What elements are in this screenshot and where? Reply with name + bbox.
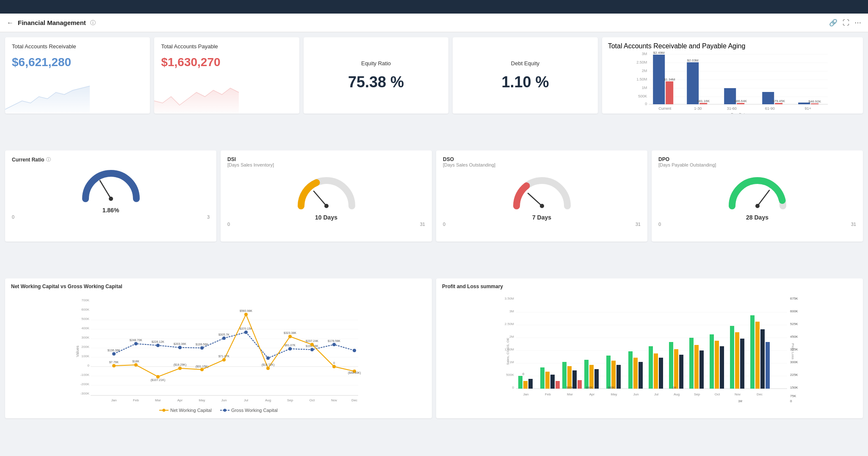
dsi-range: 0 31 [227,222,425,227]
svg-text:Jan: Jan [523,392,529,396]
svg-text:$178.58K: $178.58K [328,339,340,342]
info-icon[interactable]: ⓘ [90,19,96,27]
svg-text:1.50M: 1.50M [505,348,514,351]
svg-text:$199.56K: $199.56K [196,343,208,346]
svg-point-44 [755,204,760,208]
svg-text:2M: 2M [509,335,514,339]
dso-title: DSO [443,156,641,162]
svg-text:$18K: $18K [133,360,140,363]
svg-text:$2.49M: $2.49M [653,51,664,55]
svg-text:Dec: Dec [757,392,763,396]
dpo-range: 0 31 [658,222,856,227]
svg-point-92 [222,358,226,361]
dpo-title: DPO [658,156,856,162]
svg-text:$226.12K: $226.12K [152,340,164,343]
pnl-card: Profit and Loss summary Sales, COGS, OE … [436,278,863,418]
svg-text:May: May [611,392,617,396]
svg-point-93 [244,313,248,316]
svg-point-87 [112,364,116,367]
svg-text:($107.21K): ($107.21K) [151,378,166,382]
svg-text:1M: 1M [641,86,647,90]
svg-point-88 [134,363,138,367]
debt-equity-title: Debt Equity [511,60,539,67]
dso-range: 0 31 [443,222,641,227]
svg-point-66 [134,342,138,345]
svg-rect-160 [550,375,555,389]
svg-text:Nov: Nov [735,392,741,396]
svg-text:31-60: 31-60 [727,106,736,111]
svg-text:Sep: Sep [694,392,700,396]
more-button[interactable]: ⋯ [854,19,861,27]
svg-text:$71.07K: $71.07K [218,355,229,358]
svg-text:$91.07K: $91.07K [285,344,296,347]
svg-text:1M: 1M [672,386,676,389]
dpo-subtitle: [Days Payable Outstanding] [658,162,856,167]
header-left: ← Financial Management ⓘ [7,19,96,27]
expand-button[interactable]: ⛶ [843,19,849,27]
ar-sparkline [5,84,90,114]
svg-text:Profit Loss: Profit Loss [791,343,795,359]
svg-text:100K: 100K [81,354,89,358]
svg-rect-19 [687,62,699,104]
svg-point-74 [310,348,314,351]
svg-text:Sep: Sep [287,398,293,402]
dsi-card: DSI [Days Sales Inventory] 10 Days 0 31 [221,150,432,242]
svg-text:Jan: Jan [111,398,117,402]
svg-text:400K: 400K [81,326,89,330]
total-ap-value: $1,630,270 [161,56,292,69]
svg-text:600K: 600K [81,308,89,311]
svg-rect-154 [518,376,522,389]
svg-text:Dec: Dec [351,398,357,402]
svg-point-127 [223,409,226,412]
svg-rect-182 [674,349,678,389]
dsi-gauge [293,170,360,212]
svg-text:3M: 3M [509,309,514,313]
current-ratio-info[interactable]: ⓘ [46,156,51,163]
svg-text:700K: 700K [81,298,89,302]
svg-rect-195 [750,315,755,389]
svg-text:0: 0 [522,373,524,375]
svg-rect-162 [562,362,567,389]
svg-point-38 [109,197,113,201]
svg-text:$80K: $80K [567,386,574,389]
ap-sparkline [154,84,239,114]
topbar [0,0,868,14]
svg-rect-185 [689,338,694,389]
svg-text:675K: 675K [790,297,798,300]
svg-text:2.50M: 2.50M [636,60,647,64]
svg-rect-172 [611,361,616,389]
svg-point-94 [266,367,270,370]
equity-ratio-title: Equity Ratio [361,60,391,67]
svg-rect-177 [639,362,643,389]
svg-text:0: 0 [645,102,647,106]
svg-rect-192 [735,332,739,389]
svg-text:0: 0 [88,364,90,367]
svg-point-96 [310,343,314,346]
svg-text:525K: 525K [790,322,798,326]
svg-point-89 [156,375,160,378]
svg-text:($18.29K): ($18.29K) [174,363,187,367]
svg-text:-200K: -200K [80,382,90,386]
svg-rect-165 [578,380,582,389]
svg-point-91 [200,368,204,371]
svg-text:91+: 91+ [804,106,811,111]
svg-text:500K: 500K [81,317,89,321]
svg-text:($18.72K): ($18.72K) [262,363,275,367]
current-ratio-gauge-container: 1.86% 0 3 [12,163,210,220]
pnl-chart: Sales, COGS, OE 3.50M 3M 2.50M 2M 1.50M … [442,292,857,409]
equity-ratio-card: Equity Ratio 75.38 % [304,37,448,114]
dso-gauge [508,170,576,212]
back-button[interactable]: ← [7,19,14,27]
svg-rect-156 [528,379,533,389]
svg-text:600K: 600K [790,309,798,313]
bottom-row: Net Working Capital vs Gross Working Cap… [5,278,863,418]
debt-equity-card: Debt Equity 1.10 % [453,37,597,114]
svg-text:$237.24K: $237.24K [306,339,318,342]
svg-text:Due Date: Due Date [731,112,747,114]
link-button[interactable]: 🔗 [829,19,838,27]
svg-text:Jun: Jun [633,392,639,396]
svg-text:0: 0 [512,386,514,389]
svg-text:$86.64K: $86.64K [734,99,747,103]
svg-text:Mar: Mar [155,398,161,402]
dso-gauge-container: 7 Days 0 31 [443,170,641,227]
